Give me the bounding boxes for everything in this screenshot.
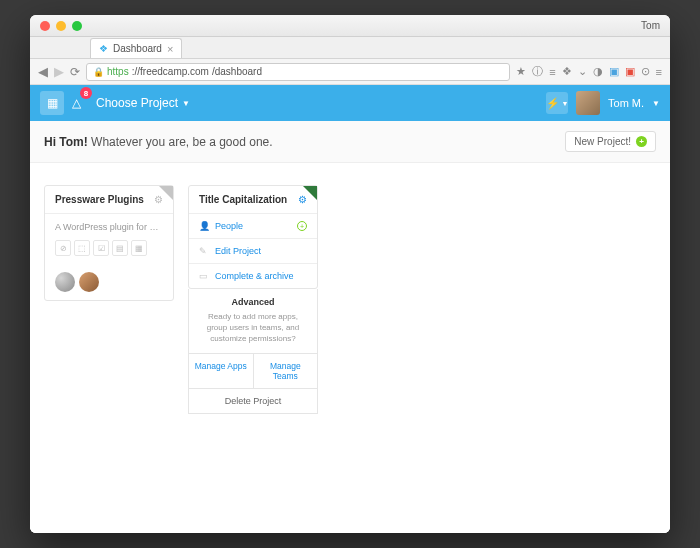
close-window-button[interactable] [40, 21, 50, 31]
page-content: ▦ △ 8 Choose Project ▼ ⚡ ▼ Tom M. ▼ [30, 85, 670, 533]
tab-title: Dashboard [113, 43, 162, 54]
minimize-window-button[interactable] [56, 21, 66, 31]
bell-icon: △ [72, 96, 81, 110]
people-icon: 👤 [199, 221, 209, 231]
new-project-button[interactable]: New Project! + [565, 131, 656, 152]
browser-tab[interactable]: ❖ Dashboard × [90, 38, 182, 58]
menu-item-edit[interactable]: ✎ Edit Project [189, 239, 317, 264]
delete-project-button[interactable]: Delete Project [188, 389, 318, 414]
plus-icon: + [636, 136, 647, 147]
extension-icon[interactable]: ⌄ [578, 65, 587, 78]
lock-icon: 🔒 [93, 67, 104, 77]
project-members [45, 264, 173, 300]
app-icon[interactable]: ⊘ [55, 240, 71, 256]
projects-grid: Pressware Plugins ⚙ A WordPress plugin f… [30, 163, 670, 533]
chevron-down-icon[interactable]: ▼ [652, 99, 660, 108]
manage-apps-button[interactable]: Manage Apps [189, 354, 254, 388]
greeting-text: Hi Tom! Whatever you are, be a good one. [44, 135, 273, 149]
extension-icon[interactable]: ≡ [549, 66, 555, 78]
extension-icon[interactable]: ⊙ [641, 65, 650, 78]
extension-icon[interactable]: ▣ [625, 65, 635, 78]
extension-icon[interactable]: ❖ [562, 65, 572, 78]
notification-badge: 8 [80, 87, 92, 99]
address-bar[interactable]: 🔒 https://freedcamp.com/dashboard [86, 63, 510, 81]
url-path: /dashboard [212, 66, 262, 77]
choose-project-dropdown[interactable]: Choose Project ▼ [96, 96, 190, 110]
toolbar-extensions: ★ ⓘ ≡ ❖ ⌄ ◑ ▣ ▣ ⊙ ≡ [516, 64, 662, 79]
menu-label: Edit Project [215, 246, 261, 256]
notifications-button[interactable]: △ 8 [64, 91, 88, 115]
extension-icon[interactable]: ⓘ [532, 64, 543, 79]
card-corner-icon [159, 186, 173, 200]
grid-icon: ▦ [47, 96, 58, 110]
traffic-lights [40, 21, 82, 31]
bookmark-star-icon[interactable]: ★ [516, 65, 526, 78]
reload-button[interactable]: ⟳ [70, 65, 80, 79]
tab-close-icon[interactable]: × [167, 43, 173, 55]
member-avatar[interactable] [55, 272, 75, 292]
greeting-quote: Whatever you are, be a good one. [88, 135, 273, 149]
maximize-window-button[interactable] [72, 21, 82, 31]
menu-item-complete[interactable]: ▭ Complete & archive [189, 264, 317, 288]
member-avatar[interactable] [79, 272, 99, 292]
manage-teams-button[interactable]: Manage Teams [254, 354, 318, 388]
choose-project-label: Choose Project [96, 96, 178, 110]
add-icon[interactable]: + [297, 221, 307, 231]
quick-actions-button[interactable]: ⚡ ▼ [546, 92, 568, 114]
menu-icon[interactable]: ≡ [656, 66, 662, 78]
app-topbar: ▦ △ 8 Choose Project ▼ ⚡ ▼ Tom M. ▼ [30, 85, 670, 121]
card-corner-icon [303, 186, 317, 200]
grid-view-button[interactable]: ▦ [40, 91, 64, 115]
browser-toolbar: ◀ ▶ ⟳ 🔒 https://freedcamp.com/dashboard … [30, 59, 670, 85]
app-icon[interactable]: ☑ [93, 240, 109, 256]
app-icon[interactable]: ⬚ [74, 240, 90, 256]
new-project-label: New Project! [574, 136, 631, 147]
advanced-title: Advanced [199, 297, 307, 307]
username-label: Tom M. [608, 97, 644, 109]
extension-icon[interactable]: ▣ [609, 65, 619, 78]
forward-button[interactable]: ▶ [54, 64, 64, 79]
chevron-down-icon: ▼ [562, 100, 569, 107]
chevron-down-icon: ▼ [182, 99, 190, 108]
window-titlebar: Tom [30, 15, 670, 37]
menu-item-people[interactable]: 👤 People + [189, 214, 317, 239]
greeting-bar: Hi Tom! Whatever you are, be a good one.… [30, 121, 670, 163]
user-avatar[interactable] [576, 91, 600, 115]
bolt-icon: ⚡ [546, 97, 560, 110]
project-description: A WordPress plugin for man… [55, 222, 163, 232]
archive-icon: ▭ [199, 271, 209, 281]
menu-label: Complete & archive [215, 271, 294, 281]
menu-label: People [215, 221, 243, 231]
app-icon[interactable]: ▤ [112, 240, 128, 256]
browser-tabbar: ❖ Dashboard × [30, 37, 670, 59]
project-app-icons: ⊘ ⬚ ☑ ▤ ▦ [55, 240, 163, 256]
project-title: Pressware Plugins [55, 194, 144, 205]
tab-favicon-icon: ❖ [99, 43, 108, 54]
project-card-pressware[interactable]: Pressware Plugins ⚙ A WordPress plugin f… [44, 185, 174, 301]
project-card-titlecap: Title Capitalization ⚙ 👤 People + ✎ Edit… [188, 185, 318, 414]
pencil-icon: ✎ [199, 246, 209, 256]
url-scheme: https [107, 66, 129, 77]
browser-window: Tom ❖ Dashboard × ◀ ▶ ⟳ 🔒 https://freedc… [30, 15, 670, 533]
extension-icon[interactable]: ◑ [593, 65, 603, 78]
os-user-label: Tom [641, 20, 660, 31]
advanced-section: Advanced Ready to add more apps, group u… [188, 289, 318, 354]
project-title: Title Capitalization [199, 194, 287, 205]
advanced-text: Ready to add more apps, group users in t… [199, 311, 307, 345]
app-icon[interactable]: ▦ [131, 240, 147, 256]
url-host: ://freedcamp.com [132, 66, 209, 77]
greeting-name: Hi Tom! [44, 135, 88, 149]
back-button[interactable]: ◀ [38, 64, 48, 79]
